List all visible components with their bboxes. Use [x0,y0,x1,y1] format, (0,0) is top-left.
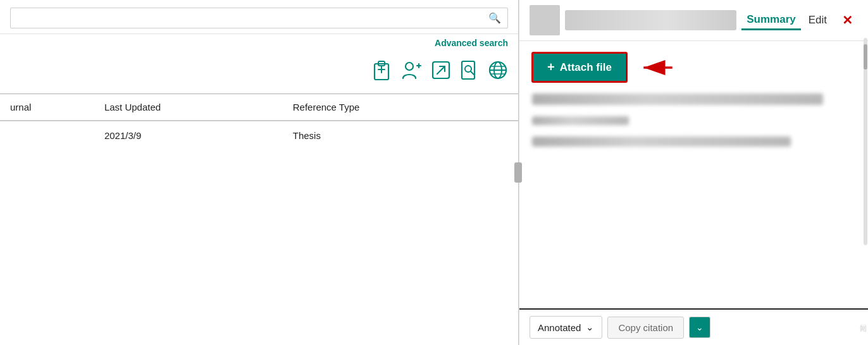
copy-citation-label: Copy citation [618,322,673,333]
search-pdf-icon[interactable] [460,59,479,83]
col-header-last-updated: Last Updated [94,94,283,121]
reference-table: urnal Last Updated Reference Type 2021/3… [0,94,518,150]
right-scrollbar[interactable] [863,38,868,245]
annotated-label: Annotated [538,322,581,333]
advanced-search-link[interactable]: Advanced search [435,38,508,48]
cell-journal [0,121,94,150]
copy-citation-button[interactable]: Copy citation [607,317,684,339]
scroll-thumb[interactable] [864,44,867,70]
blurred-content-2 [532,116,629,125]
col-header-journal: urnal [0,94,94,121]
toolbar-row [0,54,518,94]
search-input[interactable] [17,13,488,23]
header-tabs: Summary Edit ✕ [741,10,858,30]
cell-last-updated: 2021/3/9 [94,121,283,150]
red-arrow [637,58,675,78]
scroll-track [864,38,867,245]
add-reference-icon[interactable] [371,59,392,83]
attach-file-button[interactable]: + Attach file [532,52,627,82]
tab-edit[interactable]: Edit [803,11,832,29]
cell-reference-type: Thesis [283,121,518,150]
footer-chevron-button[interactable]: ⌄ [689,317,710,338]
col-header-reference-type: Reference Type [283,94,518,121]
table-row[interactable]: 2021/3/9 Thesis [0,121,518,150]
footer-chevron-icon: ⌄ [696,322,704,332]
right-footer: Annotated ⌄ Copy citation ⌄ [519,308,868,345]
reference-title-blurred [565,10,736,30]
svg-line-10 [471,71,474,75]
tab-summary[interactable]: Summary [741,11,800,30]
svg-rect-8 [462,61,474,79]
right-header: Summary Edit ✕ [519,0,868,41]
svg-point-4 [406,63,413,70]
add-author-icon[interactable] [400,59,422,83]
search-button[interactable]: 🔍 [488,12,501,24]
web-icon[interactable] [488,60,508,83]
left-panel: 🔍 Advanced search [0,0,519,345]
blurred-content-3 [532,136,791,147]
annotated-chevron-icon: ⌄ [586,322,594,333]
table-header-row: urnal Last Updated Reference Type [0,94,518,121]
attach-file-label: Attach file [560,61,612,74]
plus-icon: + [547,60,555,75]
right-body: + Attach file [519,41,868,308]
annotated-dropdown[interactable]: Annotated ⌄ [530,316,602,339]
search-input-wrapper[interactable]: 🔍 [10,8,508,28]
close-button[interactable]: ✕ [837,10,858,30]
resize-handle[interactable] [514,162,522,183]
attach-file-wrapper: + Attach file [532,52,855,82]
search-bar-row: 🔍 [0,0,518,34]
advanced-search-row: Advanced search [0,34,518,54]
blurred-content-1 [532,94,823,105]
table-area: urnal Last Updated Reference Type 2021/3… [0,94,518,345]
avatar [530,5,560,35]
right-panel: Summary Edit ✕ + Attach file [519,0,868,345]
export-icon[interactable] [431,60,451,83]
